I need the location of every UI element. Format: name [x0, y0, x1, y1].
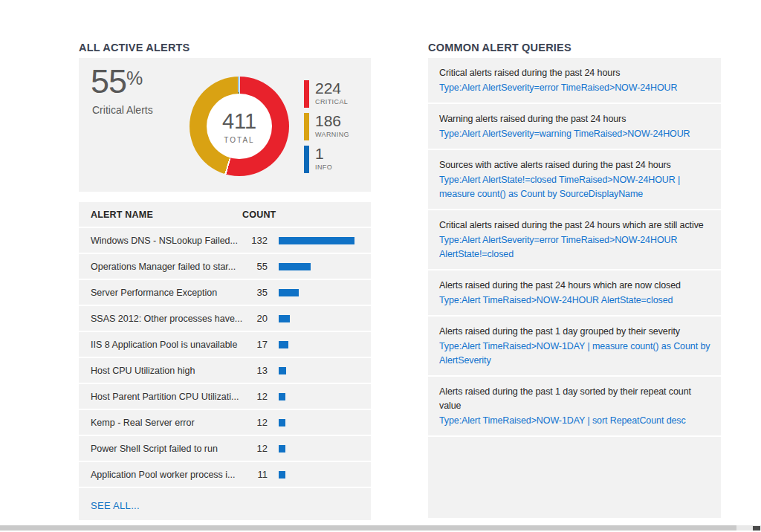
legend-text: 1INFO: [315, 146, 332, 173]
alert-name-cell: Windows DNS - NSLookup Failed...: [91, 236, 244, 246]
query-link[interactable]: Type:Alert TimeRaised>NOW-24HOUR AlertSt…: [439, 293, 713, 308]
alert-count-cell: 12: [244, 443, 268, 454]
alert-name-cell: Host CPU Utilization high: [91, 366, 244, 376]
legend-value: 1: [315, 146, 332, 162]
critical-percent-caption: Critical Alerts: [92, 104, 153, 116]
legend-swatch-critical: [304, 80, 309, 108]
scrollbar-corner-marker: [753, 526, 760, 531]
table-row[interactable]: IIS 8 Application Pool is unavailable17: [79, 332, 371, 357]
alert-count-cell: 13: [244, 365, 268, 376]
query-link[interactable]: Type:Alert TimeRaised>NOW-1DAY | sort Re…: [439, 414, 713, 428]
all-active-alerts-title: ALL ACTIVE ALERTS: [79, 42, 190, 53]
alert-count-bar: [279, 289, 299, 296]
query-description: Critical alerts raised during the past 2…: [439, 218, 713, 233]
donut-total-value: 411: [222, 109, 256, 134]
active-alerts-table: ALERT NAME COUNT Windows DNS - NSLookup …: [79, 202, 371, 520]
query-link[interactable]: Type:Alert AlertSeverity=warning TimeRai…: [439, 127, 713, 141]
legend-value: 186: [315, 113, 349, 129]
alert-count-cell: 11: [244, 469, 268, 480]
table-row[interactable]: Host CPU Utilization high13: [79, 358, 371, 383]
query-description: Alerts raised during the past 1 day grou…: [439, 325, 713, 339]
critical-percent: 55%: [91, 64, 143, 99]
alert-name-cell: Application Pool worker process i...: [91, 470, 244, 480]
query-item[interactable]: Critical alerts raised during the past 2…: [428, 210, 721, 269]
query-description: Alerts raised during the past 24 hours w…: [439, 279, 713, 293]
percent-sign: %: [126, 68, 143, 88]
query-item[interactable]: Critical alerts raised during the past 2…: [428, 58, 721, 103]
legend-item-warning: 186WARNING: [304, 113, 349, 140]
common-alert-queries-list: Critical alerts raised during the past 2…: [428, 58, 721, 518]
query-item[interactable]: Alerts raised during the past 1 day sort…: [428, 377, 721, 435]
query-item[interactable]: Sources with active alerts raised during…: [428, 150, 721, 209]
alert-count-cell: 17: [244, 339, 268, 350]
alert-name-column-header: ALERT NAME: [91, 210, 242, 220]
alert-count-bar: [279, 367, 286, 374]
query-link[interactable]: Type:Alert AlertState!=closed TimeRaised…: [439, 173, 713, 201]
legend-label: CRITICAL: [315, 98, 348, 106]
query-item[interactable]: Alerts raised during the past 24 hours w…: [428, 270, 721, 315]
alert-count-bar: [279, 263, 311, 270]
table-row[interactable]: Operations Manager failed to star...55: [79, 254, 371, 279]
donut-total-label: TOTAL: [224, 136, 254, 144]
alerts-donut-chart[interactable]: 411 TOTAL: [190, 77, 289, 176]
horizontal-scrollbar-track[interactable]: [0, 525, 761, 531]
active-alerts-summary-card: 55% Critical Alerts 411 TOTAL 224CRITICA…: [79, 58, 371, 192]
legend-value: 224: [315, 80, 348, 97]
alert-name-cell: Kemp - Real Server error: [91, 418, 244, 428]
query-link[interactable]: Type:Alert AlertSeverity=error TimeRaise…: [439, 233, 713, 262]
common-alert-queries-title: COMMON ALERT QUERIES: [428, 42, 571, 53]
alert-name-cell: IIS 8 Application Pool is unavailable: [91, 340, 244, 350]
alert-count-cell: 132: [244, 235, 268, 246]
table-row[interactable]: Kemp - Real Server error12: [79, 410, 371, 435]
query-description: Critical alerts raised during the past 2…: [439, 66, 713, 80]
donut-legend: 224CRITICAL186WARNING1INFO: [304, 80, 349, 173]
see-all-row: SEE ALL...: [79, 488, 371, 520]
legend-text: 224CRITICAL: [315, 80, 348, 108]
alert-count-bar: [279, 445, 285, 452]
legend-item-critical: 224CRITICAL: [304, 80, 349, 108]
legend-swatch-info: [304, 146, 309, 173]
legend-text: 186WARNING: [315, 113, 349, 140]
alert-name-cell: Power Shell Script failed to run: [91, 444, 244, 454]
table-body: Windows DNS - NSLookup Failed...132Opera…: [79, 228, 371, 487]
alert-count-bar: [279, 341, 288, 348]
table-header-row: ALERT NAME COUNT: [79, 202, 371, 227]
alert-count-bar: [279, 471, 285, 479]
alert-name-cell: Operations Manager failed to star...: [91, 262, 244, 272]
queries-card-filler: [428, 437, 721, 518]
count-column-header: COUNT: [242, 210, 276, 220]
alert-count-bar: [279, 393, 285, 400]
query-item[interactable]: Alerts raised during the past 1 day grou…: [428, 317, 721, 375]
legend-label: WARNING: [315, 131, 349, 138]
alert-count-cell: 55: [244, 261, 268, 272]
alert-count-cell: 35: [244, 287, 268, 298]
donut-center: 411 TOTAL: [207, 94, 272, 159]
critical-percent-value: 55: [91, 62, 126, 100]
legend-label: INFO: [315, 163, 332, 171]
alert-name-cell: SSAS 2012: Other processes have...: [91, 314, 244, 324]
legend-item-info: 1INFO: [304, 146, 349, 173]
alert-count-cell: 12: [244, 417, 268, 428]
query-description: Alerts raised during the past 1 day sort…: [439, 385, 713, 413]
alert-count-cell: 20: [244, 313, 268, 324]
alert-count-bar: [279, 419, 285, 426]
query-link[interactable]: Type:Alert AlertSeverity=error TimeRaise…: [439, 81, 713, 95]
query-description: Warning alerts raised during the past 24…: [439, 112, 713, 126]
alert-count-bar: [279, 315, 290, 322]
legend-swatch-warning: [304, 113, 309, 140]
table-row[interactable]: Windows DNS - NSLookup Failed...132: [79, 228, 371, 253]
table-row[interactable]: Host Parent Partition CPU Utilizati...12: [79, 384, 371, 409]
table-row[interactable]: Power Shell Script failed to run12: [79, 436, 371, 461]
alert-name-cell: Server Performance Exception: [91, 288, 244, 298]
table-row[interactable]: Server Performance Exception35: [79, 280, 371, 305]
alert-count-bar: [279, 237, 354, 244]
query-item[interactable]: Warning alerts raised during the past 24…: [428, 104, 721, 149]
query-link[interactable]: Type:Alert TimeRaised>NOW-1DAY | measure…: [439, 340, 713, 368]
alert-name-cell: Host Parent Partition CPU Utilizati...: [91, 392, 244, 402]
table-row[interactable]: SSAS 2012: Other processes have...20: [79, 306, 371, 331]
table-row[interactable]: Application Pool worker process i...11: [79, 462, 371, 487]
horizontal-scrollbar-thumb[interactable]: [0, 525, 736, 531]
see-all-link[interactable]: SEE ALL...: [91, 500, 140, 511]
query-description: Sources with active alerts raised during…: [439, 158, 713, 172]
alert-count-cell: 12: [244, 391, 268, 402]
